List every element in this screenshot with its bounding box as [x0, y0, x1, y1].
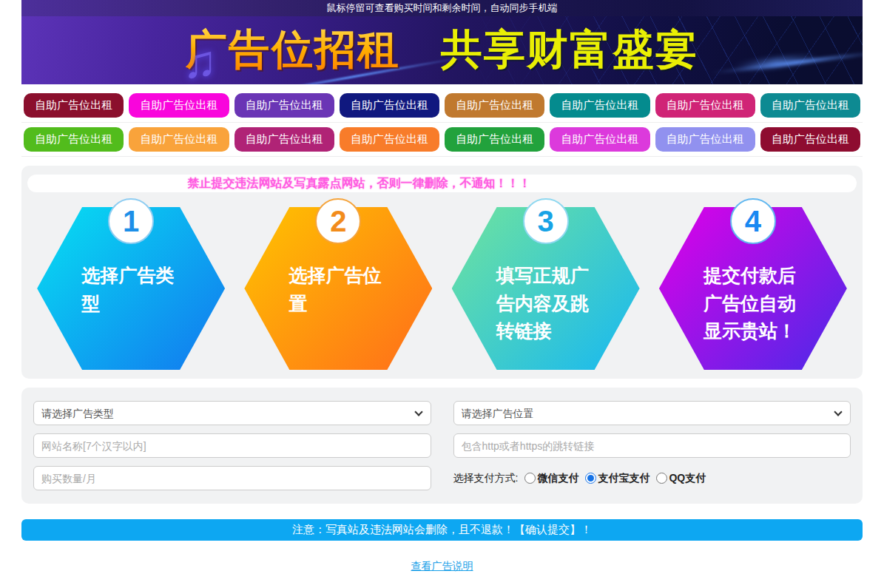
ad-rent-button[interactable]: 自助广告位出租 — [235, 127, 334, 152]
payment-option-label: QQ支付 — [669, 472, 706, 485]
ad-rent-button[interactable]: 自助广告位出租 — [24, 93, 124, 118]
ad-rent-button[interactable]: 自助广告位出租 — [550, 93, 649, 118]
step-number-badge: 1 — [108, 198, 154, 244]
ad-rent-button[interactable]: 自助广告位出租 — [550, 127, 649, 152]
ad-rent-button[interactable]: 自助广告位出租 — [655, 127, 755, 152]
jump-link-input[interactable] — [453, 433, 851, 458]
ad-rent-button[interactable]: 自助广告位出租 — [24, 127, 124, 152]
page-container: 鼠标停留可查看购买时间和剩余时间，自动同步手机端 ♫ 广告位招租 共享财富盛宴 … — [21, 0, 863, 573]
ad-rent-button[interactable]: 自助广告位出租 — [445, 93, 544, 118]
payment-options: 微信支付支付宝支付QQ支付 — [518, 472, 706, 485]
step-number-badge: 3 — [523, 198, 569, 244]
step-text: 选择广告位置 — [289, 262, 388, 317]
music-note-icon: ♫ — [183, 36, 217, 84]
steps-row: 1选择广告类型2选择广告位置3填写正规广告内容及跳转链接4提交付款后广告位自动显… — [27, 198, 857, 370]
ad-type-select[interactable]: 请选择广告类型 — [33, 401, 431, 425]
banner-subtitle: 共享财富盛宴 — [441, 22, 698, 78]
step-text: 选择广告类型 — [81, 262, 180, 317]
step-card: 2选择广告位置 — [244, 198, 432, 370]
payment-option-label: 微信支付 — [537, 472, 578, 485]
topbar: 鼠标停留可查看购买时间和剩余时间，自动同步手机端 — [21, 0, 863, 16]
ad-button-row-1: 自助广告位出租自助广告位出租自助广告位出租自助广告位出租自助广告位出租自助广告位… — [21, 89, 863, 123]
ad-rent-button[interactable]: 自助广告位出租 — [129, 93, 229, 118]
ad-rent-button[interactable]: 自助广告位出租 — [129, 127, 229, 152]
step-text: 提交付款后广告位自动显示贵站！ — [704, 262, 803, 345]
site-name-input[interactable] — [33, 433, 431, 458]
notice-text: 禁止提交违法网站及写真露点网站，否则一律删除，不通知！！！ — [27, 176, 691, 192]
payment-radio[interactable] — [524, 473, 536, 484]
payment-option-QQ支付[interactable]: QQ支付 — [656, 472, 706, 485]
payment-method-row: 选择支付方式: 微信支付支付宝支付QQ支付 — [453, 472, 851, 485]
banner-title: 广告位招租 — [186, 22, 400, 78]
banner: ♫ 广告位招租 共享财富盛宴 — [21, 16, 863, 84]
ad-position-select[interactable]: 请选择广告位置 — [453, 401, 851, 425]
payment-method-label: 选择支付方式: — [453, 472, 519, 485]
ad-position-select-wrap: 请选择广告位置 — [453, 401, 851, 425]
ad-rent-button[interactable]: 自助广告位出租 — [760, 93, 860, 118]
quantity-input[interactable] — [33, 466, 431, 490]
ad-button-rows: 自助广告位出租自助广告位出租自助广告位出租自助广告位出租自助广告位出租自助广告位… — [21, 89, 863, 157]
topbar-hint-text: 鼠标停留可查看购买时间和剩余时间，自动同步手机端 — [327, 1, 558, 15]
ad-rent-button[interactable]: 自助广告位出租 — [445, 127, 544, 152]
steps-panel: 禁止提交违法网站及写真露点网站，否则一律删除，不通知！！！ 1选择广告类型2选择… — [21, 166, 863, 379]
payment-option-支付宝支付[interactable]: 支付宝支付 — [585, 472, 649, 485]
ad-rent-button[interactable]: 自助广告位出租 — [760, 127, 860, 152]
step-number-badge: 4 — [730, 198, 776, 244]
step-number-badge: 2 — [315, 198, 361, 244]
step-card: 1选择广告类型 — [37, 198, 225, 370]
banner-content: 广告位招租 共享财富盛宴 — [21, 16, 863, 84]
ad-type-select-wrap: 请选择广告类型 — [33, 401, 431, 425]
payment-option-label: 支付宝支付 — [598, 472, 649, 485]
ad-rent-button[interactable]: 自助广告位出租 — [655, 93, 755, 118]
footer: 查看广告说明 — [21, 559, 863, 573]
step-text: 填写正规广告内容及跳转链接 — [496, 262, 595, 345]
ad-button-row-2: 自助广告位出租自助广告位出租自助广告位出租自助广告位出租自助广告位出租自助广告位… — [21, 123, 863, 157]
payment-option-微信支付[interactable]: 微信支付 — [524, 472, 578, 485]
step-card: 3填写正规广告内容及跳转链接 — [452, 198, 640, 370]
ad-rent-button[interactable]: 自助广告位出租 — [340, 127, 439, 152]
payment-radio[interactable] — [585, 473, 596, 484]
ad-rent-button[interactable]: 自助广告位出租 — [235, 93, 334, 118]
payment-radio[interactable] — [656, 473, 667, 484]
ad-info-link[interactable]: 查看广告说明 — [411, 560, 473, 572]
step-card: 4提交付款后广告位自动显示贵站！ — [659, 198, 847, 370]
ad-order-form: 请选择广告类型 请选择广告位置 选择支付方式: 微信支付支付宝支付QQ支付 — [21, 388, 863, 504]
confirm-submit-button[interactable]: 注意：写真站及违法网站会删除，且不退款！【确认提交】！ — [21, 519, 863, 541]
ad-rent-button[interactable]: 自助广告位出租 — [340, 93, 439, 118]
notice-bar: 禁止提交违法网站及写真露点网站，否则一律删除，不通知！！！ — [27, 175, 857, 192]
